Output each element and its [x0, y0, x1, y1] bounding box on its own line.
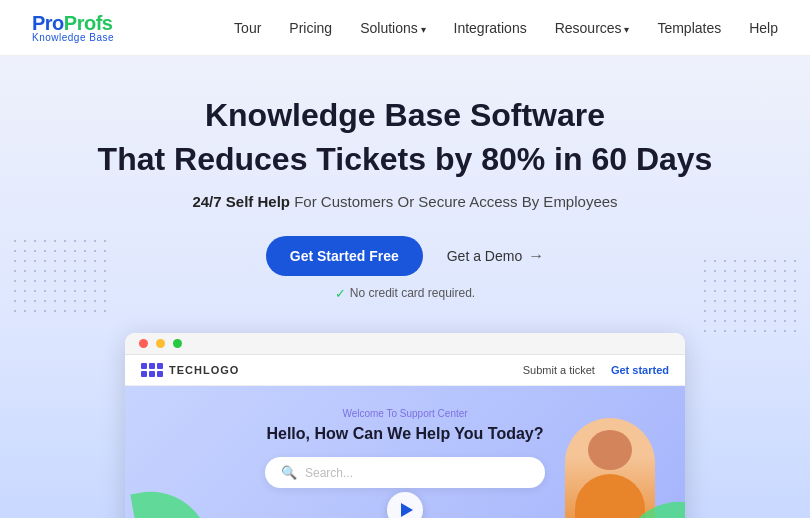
check-icon: ✓: [335, 286, 346, 301]
nav-item-integrations[interactable]: Integrations: [454, 19, 527, 37]
kb-logo-text: TECHLOGO: [169, 364, 239, 376]
no-cc-notice: ✓ No credit card required.: [20, 286, 790, 301]
kb-get-started[interactable]: Get started: [611, 364, 669, 376]
kb-logo-dot: [157, 371, 163, 377]
dots-decoration-right: [700, 256, 800, 336]
dots-decoration-left: [10, 236, 110, 316]
play-icon: [401, 503, 413, 517]
logo-sub: Knowledge Base: [32, 33, 114, 43]
browser-dot-green: [173, 339, 182, 348]
hero-headline-1: Knowledge Base Software: [20, 96, 790, 134]
arrow-icon: →: [528, 247, 544, 265]
get-started-button[interactable]: Get Started Free: [266, 236, 423, 276]
kb-welcome-text: Welcome To Support Center: [342, 408, 467, 419]
hero-section: Knowledge Base Software That Reduces Tic…: [0, 56, 810, 518]
kb-search-placeholder: Search...: [305, 466, 353, 480]
logo-text: ProProfs: [32, 13, 114, 33]
leaf-decoration-left: [130, 482, 209, 518]
nav-link-resources[interactable]: Resources: [555, 20, 630, 36]
cta-row: Get Started Free Get a Demo →: [20, 236, 790, 276]
kb-header: TECHLOGO Submit a ticket Get started: [125, 355, 685, 386]
nav-link-integrations[interactable]: Integrations: [454, 20, 527, 36]
browser-dot-yellow: [156, 339, 165, 348]
person-figure: [565, 418, 655, 518]
nav-item-help[interactable]: Help: [749, 19, 778, 37]
nav-item-pricing[interactable]: Pricing: [289, 19, 332, 37]
nav-link-help[interactable]: Help: [749, 20, 778, 36]
kb-logo-dot: [149, 363, 155, 369]
nav-link-tour[interactable]: Tour: [234, 20, 261, 36]
nav-item-templates[interactable]: Templates: [657, 19, 721, 37]
kb-logo-dot: [149, 371, 155, 377]
demo-label: Get a Demo: [447, 248, 522, 264]
nav-link-templates[interactable]: Templates: [657, 20, 721, 36]
nav-item-solutions[interactable]: Solutions: [360, 19, 425, 37]
navbar: ProProfs Knowledge Base Tour Pricing Sol…: [0, 0, 810, 56]
nav-links: Tour Pricing Solutions Integrations Reso…: [234, 19, 778, 37]
person-body: [575, 474, 645, 518]
kb-logo-dot: [157, 363, 163, 369]
browser-bar: [125, 333, 685, 355]
play-button[interactable]: [387, 492, 423, 518]
browser-mockup: TECHLOGO Submit a ticket Get started Wel…: [125, 333, 685, 518]
kb-logo-dots: [141, 363, 163, 377]
kb-search-bar[interactable]: 🔍 Search...: [265, 457, 545, 488]
hero-headline-2: That Reduces Tickets by 80% in 60 Days: [20, 140, 790, 178]
nav-link-solutions[interactable]: Solutions: [360, 20, 425, 36]
browser-body: TECHLOGO Submit a ticket Get started Wel…: [125, 355, 685, 518]
kb-header-right: Submit a ticket Get started: [523, 364, 669, 376]
hero-subtext-rest: For Customers Or Secure Access By Employ…: [290, 193, 618, 210]
kb-search-icon: 🔍: [281, 465, 297, 480]
person-head: [588, 430, 632, 470]
kb-question-text: Hello, How Can We Help You Today?: [266, 425, 543, 443]
no-cc-text: No credit card required.: [350, 286, 475, 300]
kb-logo-dot: [141, 363, 147, 369]
logo[interactable]: ProProfs Knowledge Base: [32, 13, 114, 43]
kb-logo-area: TECHLOGO: [141, 363, 239, 377]
nav-link-pricing[interactable]: Pricing: [289, 20, 332, 36]
get-demo-button[interactable]: Get a Demo →: [447, 247, 544, 265]
hero-subtext: 24/7 Self Help For Customers Or Secure A…: [20, 193, 790, 210]
hero-subtext-bold: 24/7 Self Help: [192, 193, 290, 210]
browser-dot-red: [139, 339, 148, 348]
kb-logo-dot: [141, 371, 147, 377]
kb-submit-ticket[interactable]: Submit a ticket: [523, 364, 595, 376]
kb-hero-area: Welcome To Support Center Hello, How Can…: [125, 386, 685, 518]
nav-item-resources[interactable]: Resources: [555, 19, 630, 37]
nav-item-tour[interactable]: Tour: [234, 19, 261, 37]
